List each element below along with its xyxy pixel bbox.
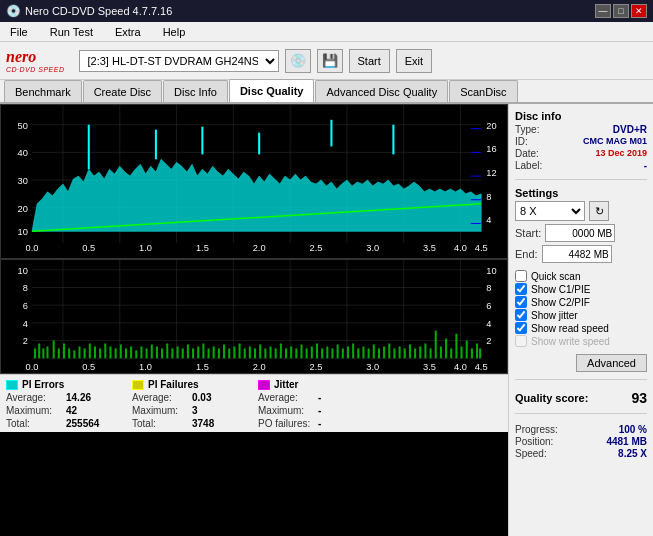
svg-rect-153 [399, 346, 401, 358]
nero-logo-top: nero [6, 48, 36, 66]
show-c1pie-label: Show C1/PIE [531, 284, 590, 295]
svg-rect-115 [202, 344, 204, 359]
svg-rect-163 [450, 348, 452, 358]
close-button[interactable]: ✕ [631, 4, 647, 18]
svg-rect-156 [414, 348, 416, 358]
nero-logo: nero CD·DVD SPEED [6, 48, 65, 73]
svg-text:4.5: 4.5 [475, 362, 488, 372]
toolbar: nero CD·DVD SPEED [2:3] HL-DT-ST DVDRAM … [0, 42, 653, 80]
svg-rect-138 [321, 348, 323, 358]
quality-score-row: Quality score: 93 [515, 390, 647, 406]
end-mb-label: End: [515, 248, 538, 260]
show-c1pie-checkbox[interactable] [515, 283, 527, 295]
svg-rect-136 [311, 346, 313, 358]
upper-chart: 50 40 30 20 10 20 16 12 8 4 0.0 0.5 1.0 … [0, 104, 508, 259]
svg-rect-145 [357, 348, 359, 358]
maximize-button[interactable]: □ [613, 4, 629, 18]
speed-selector[interactable]: 8 X Max1 X2 X4 X8 X16 X [515, 201, 585, 221]
progress-value: 100 % [619, 424, 647, 435]
quick-scan-checkbox[interactable] [515, 270, 527, 282]
tabs: Benchmark Create Disc Disc Info Disc Qua… [0, 80, 653, 104]
svg-rect-91 [78, 346, 80, 358]
minimize-button[interactable]: — [595, 4, 611, 18]
svg-text:4.0: 4.0 [454, 362, 467, 372]
svg-rect-112 [187, 345, 189, 359]
svg-rect-127 [264, 348, 266, 358]
svg-rect-124 [249, 346, 251, 358]
svg-rect-118 [218, 348, 220, 358]
settings-section: Settings 8 X Max1 X2 X4 X8 X16 X ↻ Start… [515, 187, 647, 266]
pi-errors-title: PI Errors [22, 379, 64, 390]
tab-disc-info[interactable]: Disc Info [163, 80, 228, 102]
app-icon: 💿 [6, 4, 21, 18]
position-value: 4481 MB [606, 436, 647, 447]
advanced-button[interactable]: Advanced [576, 354, 647, 372]
svg-rect-132 [290, 346, 292, 358]
pi-failures-max-value: 3 [192, 405, 242, 416]
svg-text:4.5: 4.5 [475, 243, 488, 253]
start-mb-input[interactable] [545, 224, 615, 242]
svg-rect-167 [471, 348, 473, 358]
pi-errors-total-label: Total: [6, 418, 62, 429]
svg-rect-152 [393, 348, 395, 358]
drive-selector[interactable]: [2:3] HL-DT-ST DVDRAM GH24NSD0 LH00 [79, 50, 279, 72]
pi-errors-avg-value: 14.26 [66, 392, 116, 403]
pi-failures-max-label: Maximum: [132, 405, 188, 416]
title-bar-controls[interactable]: — □ ✕ [595, 4, 647, 18]
svg-rect-137 [316, 344, 318, 359]
svg-rect-151 [388, 344, 390, 359]
svg-rect-110 [177, 346, 179, 358]
svg-text:20: 20 [18, 204, 28, 214]
menu-help[interactable]: Help [157, 24, 192, 40]
end-mb-input[interactable] [542, 245, 612, 263]
tab-create-disc[interactable]: Create Disc [83, 80, 162, 102]
divider-1 [515, 179, 647, 180]
svg-rect-94 [94, 346, 96, 358]
svg-text:6: 6 [486, 301, 491, 311]
svg-rect-87 [58, 348, 60, 358]
po-failures-label: PO failures: [258, 418, 314, 429]
tab-disc-quality[interactable]: Disc Quality [229, 79, 315, 102]
refresh-icon-button[interactable]: ↻ [589, 201, 609, 221]
progress-section: Progress: 100 % Position: 4481 MB Speed:… [515, 424, 647, 460]
show-write-speed-checkbox[interactable] [515, 335, 527, 347]
quality-score-label: Quality score: [515, 392, 588, 404]
svg-text:2.0: 2.0 [253, 362, 266, 372]
svg-text:4: 4 [23, 319, 28, 329]
svg-rect-113 [192, 348, 194, 358]
svg-text:3.5: 3.5 [423, 362, 436, 372]
show-jitter-checkbox[interactable] [515, 309, 527, 321]
svg-rect-120 [228, 348, 230, 358]
save-icon-button[interactable]: 💾 [317, 49, 343, 73]
svg-rect-128 [269, 346, 271, 358]
id-value: CMC MAG M01 [583, 136, 647, 147]
tab-benchmark[interactable]: Benchmark [4, 80, 82, 102]
exit-button[interactable]: Exit [396, 49, 432, 73]
settings-title: Settings [515, 187, 647, 199]
start-button[interactable]: Start [349, 49, 390, 73]
svg-rect-161 [440, 346, 442, 358]
svg-rect-102 [135, 350, 137, 358]
svg-text:6: 6 [23, 301, 28, 311]
svg-rect-104 [146, 348, 148, 358]
disc-icon-button[interactable]: 💿 [285, 49, 311, 73]
svg-text:0.0: 0.0 [26, 362, 39, 372]
svg-rect-140 [331, 348, 333, 358]
tab-scan-disc[interactable]: ScanDisc [449, 80, 517, 102]
svg-rect-92 [84, 348, 86, 358]
lower-chart-svg: 10 8 6 4 2 10 8 6 4 2 0.0 0.5 1.0 1.5 2.… [1, 260, 507, 373]
menu-extra[interactable]: Extra [109, 24, 147, 40]
show-c2pif-checkbox[interactable] [515, 296, 527, 308]
svg-text:10: 10 [18, 227, 28, 237]
show-read-speed-checkbox[interactable] [515, 322, 527, 334]
menu-run-test[interactable]: Run Test [44, 24, 99, 40]
tab-advanced-disc-quality[interactable]: Advanced Disc Quality [315, 80, 448, 102]
progress-label: Progress: [515, 424, 558, 435]
svg-text:20: 20 [486, 121, 496, 131]
svg-rect-159 [430, 348, 432, 358]
svg-rect-166 [466, 341, 468, 359]
svg-rect-169 [479, 348, 481, 358]
menu-file[interactable]: File [4, 24, 34, 40]
svg-rect-101 [130, 346, 132, 358]
type-value: DVD+R [613, 124, 647, 135]
